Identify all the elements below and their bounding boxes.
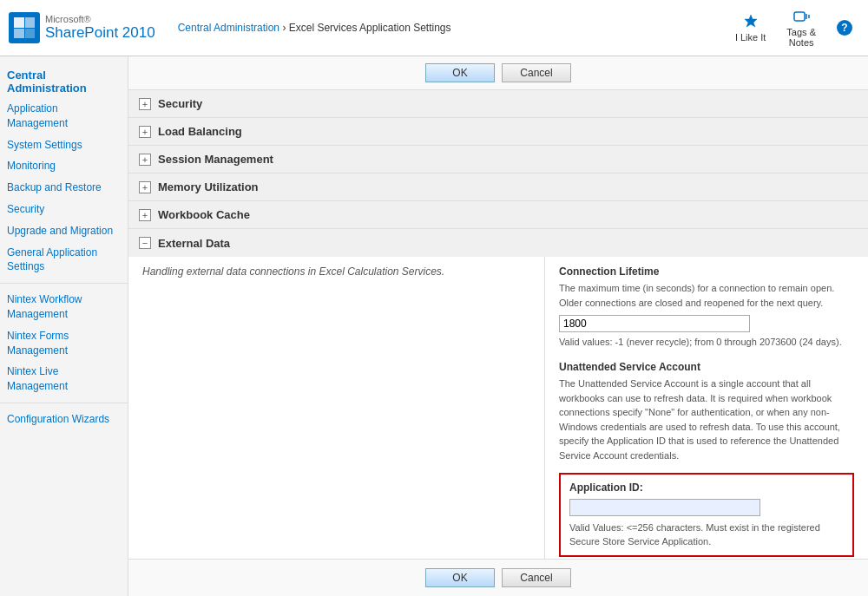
section-toggle-external-data: − bbox=[139, 237, 151, 249]
tags-label: Tags & Notes bbox=[786, 27, 816, 48]
top-cancel-button[interactable]: Cancel bbox=[502, 63, 571, 82]
section-title-security: Security bbox=[158, 97, 202, 110]
connection-lifetime-desc: The maximum time (in seconds) for a conn… bbox=[559, 281, 854, 310]
section-title-load-balancing: Load Balancing bbox=[158, 125, 242, 138]
logo-icon bbox=[9, 12, 40, 43]
section-row-security[interactable]: + Security bbox=[128, 90, 868, 118]
breadcrumb: Central Administration › Excel Services … bbox=[178, 22, 451, 34]
external-data-description: Handling external data connections in Ex… bbox=[142, 265, 444, 278]
section-toggle-workbook-cache: + bbox=[139, 209, 151, 221]
sidebar-item-nintex-forms[interactable]: Nintex Forms Management bbox=[0, 325, 128, 362]
connection-lifetime-section: Connection Lifetime The maximum time (in… bbox=[559, 265, 854, 349]
external-data-left-desc: Handling external data connections in Ex… bbox=[128, 257, 545, 566]
sections-list: + Security + Load Balancing + Session Ma… bbox=[128, 90, 868, 567]
unattended-account-section: Unattended Service Account The Unattende… bbox=[559, 361, 854, 462]
application-id-box: Application ID: Valid Values: <=256 char… bbox=[559, 473, 854, 557]
logo-text-area: Microsoft® SharePoint 2010 bbox=[45, 14, 155, 42]
logo-app: SharePoint 2010 bbox=[45, 24, 155, 42]
sidebar-item-system-settings[interactable]: System Settings bbox=[0, 134, 128, 156]
breadcrumb-current: Excel Services Application Settings bbox=[289, 22, 451, 34]
help-button[interactable]: ? bbox=[837, 20, 852, 36]
section-toggle-session-management: + bbox=[139, 154, 151, 166]
app-id-input[interactable] bbox=[569, 499, 760, 516]
sidebar-group-title[interactable]: Central Administration bbox=[0, 63, 128, 98]
top-ok-button[interactable]: OK bbox=[425, 63, 495, 82]
sidebar-item-backup-restore[interactable]: Backup and Restore bbox=[0, 177, 128, 199]
header: Microsoft® SharePoint 2010 Central Admin… bbox=[0, 0, 868, 56]
external-data-content: Handling external data connections in Ex… bbox=[128, 257, 868, 566]
breadcrumb-link[interactable]: Central Administration bbox=[178, 22, 279, 34]
svg-rect-2 bbox=[14, 29, 24, 38]
header-icons: I Like It Tags & Notes ? bbox=[728, 4, 859, 51]
connection-lifetime-title: Connection Lifetime bbox=[559, 265, 854, 278]
main-content: OK Cancel + Security + Load Balancing + … bbox=[128, 56, 868, 596]
svg-rect-4 bbox=[794, 12, 805, 21]
svg-rect-0 bbox=[14, 17, 24, 28]
section-row-session-management[interactable]: + Session Management bbox=[128, 146, 868, 174]
sidebar-item-general-settings[interactable]: General Application Settings bbox=[0, 242, 128, 278]
section-title-workbook-cache: Workbook Cache bbox=[158, 208, 250, 221]
ilike-label: I Like It bbox=[735, 32, 766, 43]
layout: Central Administration Application Manag… bbox=[0, 56, 868, 596]
sidebar-divider bbox=[0, 283, 128, 284]
section-toggle-memory-utilization: + bbox=[139, 181, 151, 193]
sidebar-item-monitoring[interactable]: Monitoring bbox=[0, 155, 128, 177]
svg-rect-3 bbox=[25, 29, 35, 38]
tags-icon bbox=[792, 8, 810, 25]
external-data-section: − External Data Handling external data c… bbox=[128, 229, 868, 567]
sidebar: Central Administration Application Manag… bbox=[0, 56, 128, 596]
section-toggle-load-balancing: + bbox=[139, 126, 151, 138]
sidebar-divider-2 bbox=[0, 403, 128, 403]
section-row-workbook-cache[interactable]: + Workbook Cache bbox=[128, 201, 868, 229]
bottom-button-bar: OK Cancel bbox=[128, 559, 868, 596]
unattended-account-title: Unattended Service Account bbox=[559, 361, 854, 373]
svg-rect-1 bbox=[25, 17, 35, 28]
section-title-session-management: Session Management bbox=[158, 153, 273, 166]
connection-lifetime-valid: Valid values: -1 (never recycle); from 0… bbox=[559, 336, 854, 349]
external-data-right: Connection Lifetime The maximum time (in… bbox=[545, 257, 868, 566]
app-id-label: Application ID: bbox=[569, 481, 844, 494]
ilike-button[interactable]: I Like It bbox=[728, 10, 773, 46]
connection-lifetime-input[interactable] bbox=[559, 315, 750, 332]
sidebar-item-upgrade-migration[interactable]: Upgrade and Migration bbox=[0, 220, 128, 242]
sidebar-item-security[interactable]: Security bbox=[0, 199, 128, 220]
app-id-valid: Valid Values: <=256 characters. Must exi… bbox=[569, 521, 844, 548]
external-data-header[interactable]: − External Data bbox=[128, 229, 868, 257]
section-row-load-balancing[interactable]: + Load Balancing bbox=[128, 118, 868, 146]
section-title-memory-utilization: Memory Utilization bbox=[158, 180, 259, 193]
logo-area: Microsoft® SharePoint 2010 Central Admin… bbox=[9, 12, 728, 43]
section-row-memory-utilization[interactable]: + Memory Utilization bbox=[128, 174, 868, 201]
bottom-ok-button[interactable]: OK bbox=[425, 568, 495, 587]
tags-button[interactable]: Tags & Notes bbox=[779, 4, 823, 51]
logo-brand: Microsoft® bbox=[45, 14, 155, 24]
top-button-bar: OK Cancel bbox=[128, 56, 868, 90]
sidebar-item-nintex-live[interactable]: Nintex Live Management bbox=[0, 361, 128, 397]
breadcrumb-separator: › bbox=[282, 22, 288, 34]
unattended-account-desc: The Unattended Service Account is a sing… bbox=[559, 377, 854, 462]
sidebar-item-config-wizards[interactable]: Configuration Wizards bbox=[0, 409, 128, 430]
sidebar-item-application-management[interactable]: Application Management bbox=[0, 98, 128, 134]
ilike-icon bbox=[742, 13, 760, 30]
sidebar-item-nintex-workflow[interactable]: Nintex Workflow Management bbox=[0, 289, 128, 325]
section-title-external-data: External Data bbox=[158, 237, 230, 250]
section-toggle-security: + bbox=[139, 98, 151, 110]
bottom-cancel-button[interactable]: Cancel bbox=[502, 568, 571, 587]
